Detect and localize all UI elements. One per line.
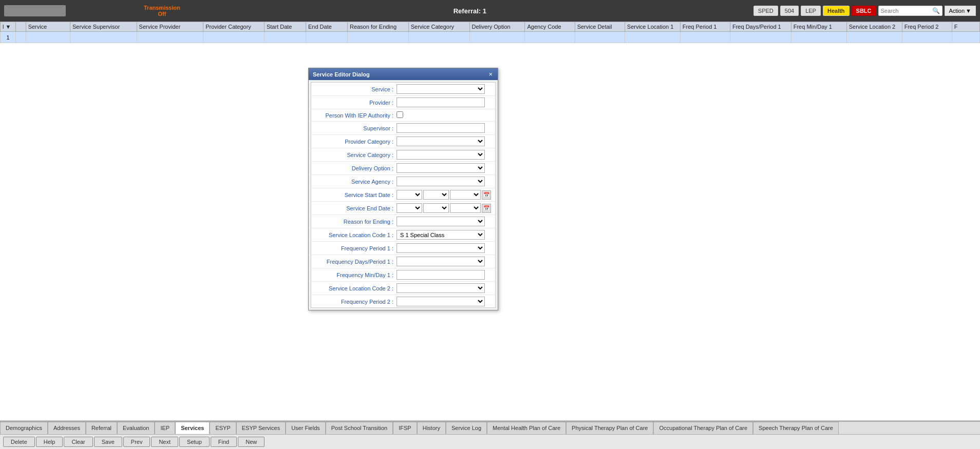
transmission-status: Transmission Off [144,5,180,17]
bottom-tab-esyp[interactable]: ESYP [210,422,236,434]
reason-control [397,217,485,226]
bottom-tab-speech-therapy-plan-of-care[interactable]: Speech Therapy Plan of Care [753,422,839,434]
clear-button[interactable]: Clear [64,437,92,447]
bottom-tab-esyp-services[interactable]: ESYP Services [236,422,286,434]
reason-select[interactable] [397,217,485,226]
end-date-label: Service End Date : [314,205,397,211]
bottom-tab-service-log[interactable]: Service Log [446,422,487,434]
form-row-delivery: Delivery Option : [311,162,495,175]
loc2-label: Service Location Code 2 : [314,285,397,291]
save-button[interactable]: Save [94,437,122,447]
start-date-label: Service Start Date : [314,192,397,198]
provider-input[interactable] [397,97,485,107]
sblc-button[interactable]: SBLC [852,6,876,16]
freq-days1-select[interactable] [397,257,485,266]
iep-authority-checkbox[interactable] [397,111,403,118]
dialog-overlay: Service Editor Dialog × Service : Provid… [0,22,980,420]
header-right: SPED 504 LEP Health SBLC 🔍 Action ▼ [753,6,976,16]
lep-button[interactable]: LEP [801,6,821,16]
freq1-control [397,243,485,253]
form-row-end-date: Service End Date : 📅 [311,202,495,215]
bottom-tab-addresses[interactable]: Addresses [48,422,86,434]
agency-label: Service Agency : [314,179,397,185]
service-select[interactable] [397,84,485,94]
freq-min1-input[interactable] [397,270,485,280]
delete-button[interactable]: Delete [3,437,35,447]
loc1-label: Service Location Code 1 : [314,232,397,238]
end-year-select[interactable] [450,203,481,213]
end-date-calendar-button[interactable]: 📅 [482,204,491,213]
provider-cat-select[interactable] [397,136,485,146]
next-button[interactable]: Next [151,437,178,447]
freq-min1-label: Frequency Min/Day 1 : [314,272,397,278]
service-label: Service : [314,86,397,92]
prev-button[interactable]: Prev [123,437,150,447]
bottom-tab-evaluation[interactable]: Evaluation [117,422,155,434]
delivery-label: Delivery Option : [314,165,397,171]
loc1-select[interactable]: S 1 Special Class [397,230,485,240]
provider-cat-label: Provider Category : [314,139,397,145]
services-table-area: l ▼ Service Service Supervisor Service P… [0,22,980,421]
loc2-control [397,283,485,293]
bottom-tab-post-school-transition[interactable]: Post School Transition [326,422,393,434]
loc2-select[interactable] [397,283,485,293]
dialog-body: Service : Provider : Person With IEP Aut… [311,82,496,308]
start-day-select[interactable] [423,190,449,200]
end-month-select[interactable] [397,203,422,213]
form-row-start-date: Service Start Date : 📅 [311,188,495,202]
help-button[interactable]: Help [36,437,63,447]
sped-button[interactable]: SPED [753,6,778,16]
start-date-calendar-button[interactable]: 📅 [482,190,491,200]
search-input[interactable] [881,8,932,14]
form-row-loc1: Service Location Code 1 : S 1 Special Cl… [311,228,495,242]
bottom-tab-ifsp[interactable]: IFSP [393,422,417,434]
bottom-tab-history[interactable]: History [417,422,446,434]
form-row-freq2: Frequency Period 2 : [311,295,495,308]
freq1-select[interactable] [397,243,485,253]
chevron-down-icon: ▼ [966,8,971,14]
bottom-tab-iep[interactable]: IEP [155,422,175,434]
freq-days1-label: Frequency Days/Period 1 : [314,259,397,265]
freq2-select[interactable] [397,297,485,306]
bottom-tab-demographics[interactable]: Demographics [0,422,48,434]
loc1-control: S 1 Special Class [397,230,485,240]
bottom-tab-referral[interactable]: Referral [86,422,117,434]
agency-select[interactable] [397,177,485,186]
health-button[interactable]: Health [823,6,850,16]
delivery-control [397,163,485,173]
supervisor-input[interactable] [397,123,485,133]
form-row-agency: Service Agency : [311,175,495,188]
new-button[interactable]: New [238,437,265,447]
action-button[interactable]: Action ▼ [945,6,976,16]
504-button[interactable]: 504 [780,6,799,16]
start-month-select[interactable] [397,190,422,200]
find-button[interactable]: Find [211,437,237,447]
delivery-select[interactable] [397,163,485,173]
freq2-label: Frequency Period 2 : [314,299,397,305]
bottom-tab-services[interactable]: Services [175,422,210,434]
supervisor-control [397,123,485,133]
iep-authority-label: Person With IEP Authority : [314,112,397,119]
freq-min1-control [397,270,485,280]
bottom-tab-mental-health-plan-of-care[interactable]: Mental Health Plan of Care [487,422,566,434]
form-row-freq1: Frequency Period 1 : [311,242,495,255]
service-cat-select[interactable] [397,150,485,160]
end-day-select[interactable] [423,203,449,213]
service-control [397,84,485,94]
referral-title: Referral: 1 [186,7,753,15]
form-row-freq-days1: Frequency Days/Period 1 : [311,255,495,268]
bottom-tab-bar: DemographicsAddressesReferralEvaluationI… [0,421,980,434]
bottom-tab-occupational-therapy-plan-of-care[interactable]: Occupational Therapy Plan of Care [653,422,753,434]
dialog-close-button[interactable]: × [487,70,494,78]
service-cat-control [397,150,485,160]
service-cat-label: Service Category : [314,152,397,158]
provider-cat-control [397,136,485,146]
setup-button[interactable]: Setup [179,437,210,447]
bottom-tab-physical-therapy-plan-of-care[interactable]: Physical Therapy Plan of Care [566,422,653,434]
freq-days1-control [397,257,485,266]
bottom-tab-user-fields[interactable]: User Fields [286,422,326,434]
search-icon: 🔍 [932,7,940,14]
iep-authority-control [397,111,485,119]
start-year-select[interactable] [450,190,481,200]
app-header: Transmission Off Referral: 1 SPED 504 LE… [0,0,980,22]
